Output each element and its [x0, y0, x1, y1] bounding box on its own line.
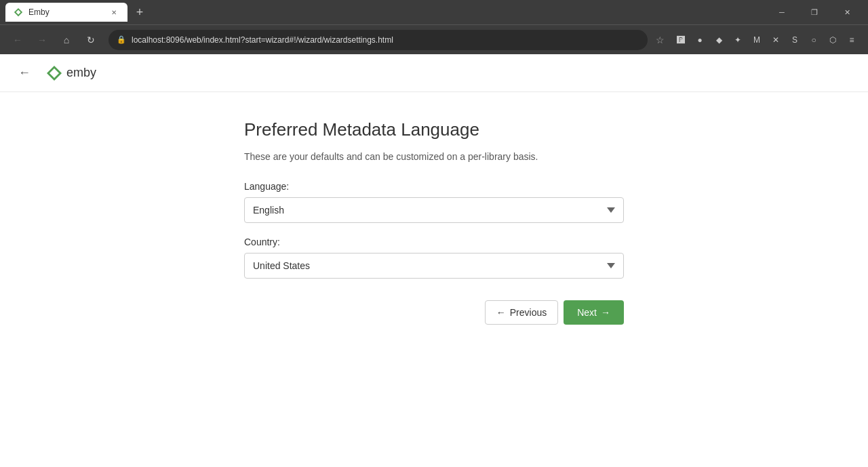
- nav-bar: ← → ⌂ ↻ 🔒 localhost:8096/web/index.html?…: [0, 24, 868, 54]
- extensions-area: 🅿 ● ◆ ✦ M ✕ S ○ ⬡ ≡: [673, 32, 860, 48]
- language-label: Language:: [244, 181, 624, 192]
- tab-favicon: [14, 7, 23, 17]
- ext8-icon[interactable]: ⬡: [825, 32, 841, 48]
- ext5-icon[interactable]: ✕: [768, 32, 784, 48]
- previous-button[interactable]: ← Previous: [485, 300, 558, 325]
- previous-arrow-icon: ←: [496, 307, 506, 318]
- ext6-icon[interactable]: S: [787, 32, 803, 48]
- emby-logo-icon: [46, 65, 62, 81]
- country-label: Country:: [244, 237, 624, 247]
- url-text: localhost:8096/web/index.html?start=wiza…: [132, 35, 639, 45]
- logo-container[interactable]: emby: [46, 65, 96, 81]
- ext4-icon[interactable]: M: [749, 32, 765, 48]
- security-icon: 🔒: [117, 35, 126, 44]
- address-bar[interactable]: 🔒 localhost:8096/web/index.html?start=wi…: [108, 30, 648, 50]
- language-select[interactable]: English French German Spanish Italian Ja…: [244, 197, 624, 223]
- bookmark-icon[interactable]: ☆: [656, 35, 665, 45]
- minimize-button[interactable]: ─: [766, 0, 797, 24]
- window-controls: ─ ❐ ✕: [766, 0, 863, 24]
- country-select[interactable]: United States United Kingdom Canada Aust…: [244, 253, 624, 279]
- ext9-icon[interactable]: ≡: [844, 32, 860, 48]
- wizard-description: These are your defaults and can be custo…: [244, 151, 624, 162]
- tab-title: Emby: [28, 7, 50, 17]
- new-tab-button[interactable]: +: [130, 3, 149, 22]
- title-bar: Emby ✕ + ─ ❐ ✕: [0, 0, 868, 24]
- tab-close-button[interactable]: ✕: [108, 7, 119, 18]
- wizard-form: Preferred Metadata Language These are yo…: [231, 92, 637, 352]
- browser-chrome: Emby ✕ + ─ ❐ ✕ ← → ⌂ ↻ 🔒 localhost:8096/…: [0, 0, 868, 54]
- browser-tab[interactable]: Emby ✕: [5, 3, 127, 22]
- next-button[interactable]: Next →: [564, 300, 624, 325]
- language-form-group: Language: English French German Spanish …: [244, 181, 624, 223]
- back-nav-button[interactable]: ←: [8, 31, 27, 49]
- app-back-button[interactable]: ←: [14, 62, 35, 84]
- app-header: ← emby: [0, 54, 868, 92]
- next-arrow-icon: →: [601, 307, 610, 318]
- country-form-group: Country: United States United Kingdom Ca…: [244, 237, 624, 279]
- ext1-icon[interactable]: ●: [692, 32, 708, 48]
- page-content: ← emby Preferred Metadata Language These…: [0, 54, 868, 467]
- previous-button-label: Previous: [510, 307, 547, 318]
- button-group: ← Previous Next →: [244, 300, 624, 325]
- logo-text: emby: [66, 66, 96, 80]
- ext2-icon[interactable]: ◆: [711, 32, 727, 48]
- next-button-label: Next: [577, 307, 597, 318]
- restore-button[interactable]: ❐: [799, 0, 830, 24]
- ext7-icon[interactable]: ○: [806, 32, 822, 48]
- forward-nav-button[interactable]: →: [33, 31, 52, 49]
- refresh-nav-button[interactable]: ↻: [81, 31, 100, 49]
- close-button[interactable]: ✕: [831, 0, 863, 24]
- pocket-icon[interactable]: 🅿: [673, 32, 689, 48]
- wizard-title: Preferred Metadata Language: [244, 119, 624, 140]
- home-nav-button[interactable]: ⌂: [57, 31, 76, 49]
- ext3-icon[interactable]: ✦: [730, 32, 746, 48]
